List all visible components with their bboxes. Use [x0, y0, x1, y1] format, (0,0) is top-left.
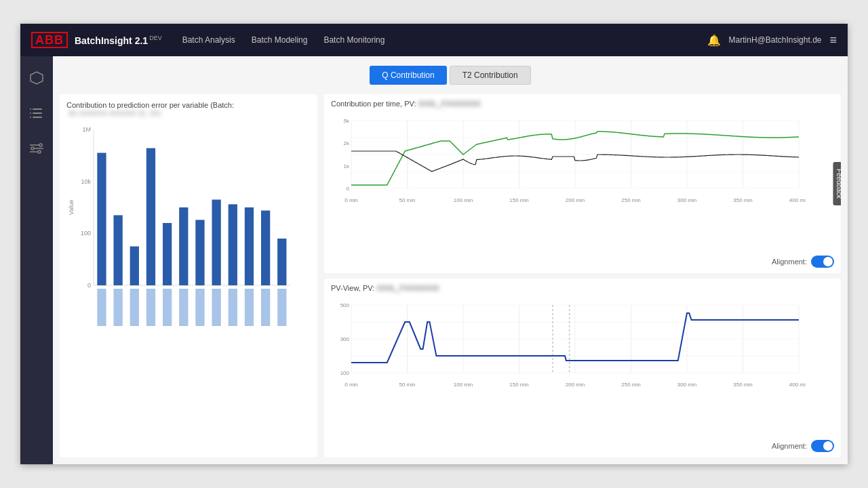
top-alignment-label: Alignment: [772, 258, 807, 266]
top-chart-title: Contribution per time, PV: XXXL_FXXXXXXX [331, 100, 834, 108]
sliders-icon[interactable] [26, 138, 47, 159]
nav-batch-analysis[interactable]: Batch Analysis [182, 35, 235, 45]
top-chart-pv: XXXL_FXXXXXXX [418, 100, 481, 108]
svg-point-10 [31, 147, 34, 150]
bell-icon[interactable]: 🔔 [707, 34, 721, 47]
top-alignment-toggle: Alignment: [331, 256, 834, 268]
bottom-alignment-label: Alignment: [772, 442, 807, 450]
batch-id: B1-XXXXXX-XXXXXX 31, XX) [69, 110, 161, 117]
nav-links: Batch Analysis Batch Modeling Batch Moni… [182, 35, 707, 45]
svg-point-8 [39, 144, 42, 146]
charts-area: Contribution to prediction error per var… [60, 94, 841, 458]
bottom-alignment-toggle: Alignment: [331, 440, 834, 452]
top-chart-canvas-area [331, 110, 834, 253]
top-toggle-knob [823, 257, 833, 266]
bottom-chart-canvas-area [331, 295, 834, 437]
bottom-chart-title: PV-View, PV: XXXL_FXXXXXXX [331, 284, 834, 292]
svg-rect-5 [30, 113, 31, 114]
bottom-toggle-switch[interactable] [811, 440, 834, 452]
logo-area: ABB BatchInsight 2.1DEV [31, 32, 162, 48]
svg-rect-6 [30, 117, 31, 118]
list-icon[interactable] [26, 102, 47, 124]
main-body: Q Contribution T2 Contribution Contribut… [20, 56, 848, 464]
svg-marker-0 [31, 72, 43, 84]
feedback-tab[interactable]: Feedback [833, 162, 841, 205]
right-panel: Contribution per time, PV: XXXL_FXXXXXXX… [324, 94, 841, 458]
svg-rect-1 [33, 108, 42, 110]
abb-logo: ABB [31, 32, 68, 48]
svg-rect-4 [30, 108, 31, 110]
svg-rect-3 [33, 117, 42, 118]
tab-bar: Q Contribution T2 Contribution [60, 63, 841, 87]
nav-batch-monitoring[interactable]: Batch Monitoring [323, 35, 384, 45]
nav-batch-modeling[interactable]: Batch Modeling [252, 35, 308, 45]
hexagon-icon[interactable] [26, 67, 47, 89]
app-container: ABB BatchInsight 2.1DEV Batch Analysis B… [20, 24, 848, 464]
top-nav: ABB BatchInsight 2.1DEV Batch Analysis B… [20, 24, 848, 56]
top-right-chart: Contribution per time, PV: XXXL_FXXXXXXX… [324, 94, 841, 273]
app-title: BatchInsight 2.1DEV [75, 35, 162, 46]
left-chart-title: Contribution to prediction error per var… [66, 101, 311, 117]
top-toggle-switch[interactable] [811, 256, 834, 268]
bottom-toggle-knob [823, 441, 833, 451]
bottom-chart-pv: XXXL_FXXXXXXX [376, 284, 439, 292]
sidebar [20, 56, 53, 464]
content-area: Q Contribution T2 Contribution Contribut… [53, 56, 848, 464]
svg-rect-2 [33, 113, 42, 114]
bottom-right-chart: PV-View, PV: XXXL_FXXXXXXX Alignment: [324, 279, 841, 458]
svg-point-12 [38, 150, 41, 153]
tab-t2-contribution[interactable]: T2 Contribution [450, 66, 531, 85]
hamburger-icon[interactable]: ≡ [829, 33, 837, 47]
bar-chart-area [66, 123, 311, 451]
left-panel: Contribution to prediction error per var… [60, 94, 317, 458]
user-email: MartinH@BatchInsight.de [729, 35, 822, 45]
nav-right: 🔔 MartinH@BatchInsight.de ≡ [707, 33, 837, 47]
tab-q-contribution[interactable]: Q Contribution [370, 66, 446, 85]
